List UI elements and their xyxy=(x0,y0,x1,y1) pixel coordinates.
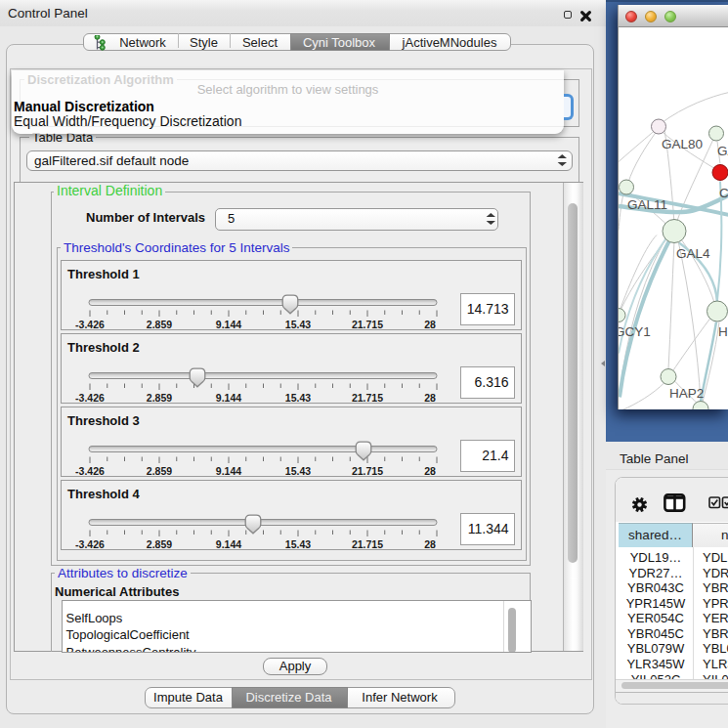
svg-text:GAL4: GAL4 xyxy=(676,245,710,260)
svg-text:GAL80: GAL80 xyxy=(662,136,703,150)
svg-text:HAP2: HAP2 xyxy=(669,385,704,400)
svg-text:GAL: GAL xyxy=(717,143,728,157)
svg-text:GCY1: GCY1 xyxy=(618,323,651,338)
svg-text:C: C xyxy=(719,185,728,199)
svg-text:GAL11: GAL11 xyxy=(627,196,667,211)
svg-text:H: H xyxy=(718,323,728,338)
